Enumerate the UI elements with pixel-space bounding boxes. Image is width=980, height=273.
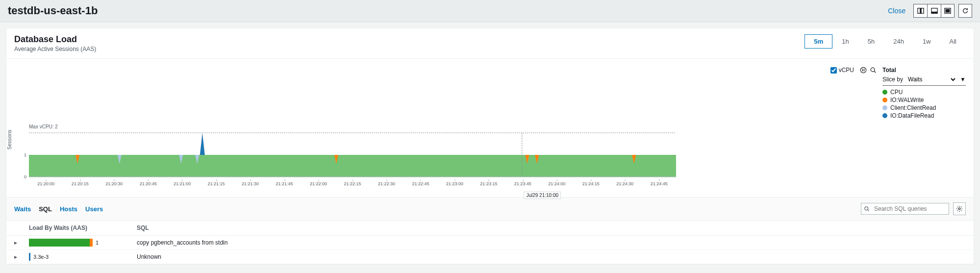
time-range-1w[interactable]: 1w <box>913 34 940 49</box>
x-tick: 21:20:45 <box>140 181 157 186</box>
legend-swatch <box>882 98 887 102</box>
x-tick: 21:20:30 <box>105 181 123 186</box>
vcpu-checkbox[interactable]: vCPU <box>830 67 854 74</box>
close-link[interactable]: Close <box>888 7 905 15</box>
load-bar-segment <box>29 253 30 261</box>
settings-button[interactable] <box>953 202 966 215</box>
zoom-icon[interactable] <box>870 67 877 75</box>
legend-item[interactable]: IO:WALWrite <box>882 97 966 103</box>
time-range-24h[interactable]: 24h <box>884 34 913 49</box>
legend-label: Client:ClientRead <box>890 104 936 111</box>
legend-swatch <box>882 113 887 118</box>
db-load-chart[interactable]: 01 <box>14 130 676 179</box>
refresh-icon[interactable] <box>958 4 972 18</box>
legend-item[interactable]: Client:ClientRead <box>882 104 966 111</box>
y-axis-label: Sessions <box>7 129 12 149</box>
x-tick: 21:21:30 <box>242 181 259 186</box>
col-header-sql[interactable]: SQL <box>117 224 966 231</box>
x-tick: 21:24:45 <box>651 181 668 186</box>
x-tick: 21:24:30 <box>616 181 633 186</box>
tab-waits[interactable]: Waits <box>14 205 31 213</box>
gear-icon <box>956 205 963 212</box>
page-title: testdb-us-east-1b <box>8 4 98 17</box>
svg-rect-8 <box>864 69 864 71</box>
legend-title: Total <box>882 67 966 74</box>
search-input[interactable] <box>861 203 949 215</box>
load-bar: 1 <box>29 239 117 247</box>
slice-by-label: Slice by <box>882 76 903 83</box>
panel-title: Database Load <box>14 34 96 45</box>
layout-bottom-icon[interactable] <box>927 4 941 18</box>
svg-marker-23 <box>200 133 205 155</box>
x-tick: 21:24:00 <box>548 181 565 186</box>
svg-rect-7 <box>862 69 863 71</box>
table-row: ▸ 3.3e-3 Unknown <box>6 250 974 264</box>
tab-sql[interactable]: SQL <box>39 205 52 213</box>
panel-subtitle: Average Active Sessions (AAS) <box>14 46 96 52</box>
x-tick: 21:21:15 <box>208 181 225 186</box>
layout-split-icon[interactable] <box>913 4 927 18</box>
tab-users[interactable]: Users <box>85 205 103 213</box>
time-range-5h[interactable]: 5h <box>858 34 884 49</box>
svg-point-28 <box>958 208 960 210</box>
max-vcpu-label: Max vCPU: 2 <box>29 124 676 129</box>
expand-caret[interactable]: ▸ <box>14 239 17 246</box>
time-range-5m[interactable]: 5m <box>804 34 832 49</box>
x-tick: 21:20:00 <box>37 181 54 186</box>
svg-rect-14 <box>29 155 676 177</box>
table-row: ▸ 1 copy pgbench_accounts from stdin <box>6 236 974 250</box>
svg-line-10 <box>874 71 876 73</box>
legend-label: IO:WALWrite <box>890 97 924 103</box>
search-icon <box>864 206 870 212</box>
time-range-All[interactable]: All <box>940 34 966 49</box>
legend-label: IO:DataFileRead <box>890 112 934 119</box>
x-tick: 21:21:45 <box>276 181 293 186</box>
x-tick: 21:22:15 <box>344 181 361 186</box>
load-bar: 3.3e-3 <box>29 253 117 261</box>
svg-text:1: 1 <box>24 152 26 157</box>
load-bar-segment <box>29 239 90 247</box>
x-tick: 21:23:00 <box>446 181 463 186</box>
x-tick: 21:23:15 <box>480 181 497 186</box>
svg-rect-1 <box>920 8 922 14</box>
legend-label: CPU <box>890 89 903 96</box>
x-axis-ticks: 21:20:0021:20:1521:20:3021:20:4521:21:00… <box>29 179 676 189</box>
legend-item[interactable]: IO:DataFileRead <box>882 112 966 119</box>
time-annotation: Jul29 21:10:00 <box>524 192 561 199</box>
svg-rect-5 <box>946 9 950 13</box>
x-tick: 21:21:00 <box>174 181 191 186</box>
sql-text: Unknown <box>117 253 966 260</box>
svg-point-9 <box>871 68 875 72</box>
expand-caret[interactable]: ▸ <box>14 253 17 260</box>
svg-point-6 <box>860 67 866 73</box>
x-tick: 21:22:00 <box>310 181 327 186</box>
vcpu-label: vCPU <box>839 67 854 74</box>
x-tick: 21:20:15 <box>72 181 89 186</box>
slice-by-select[interactable]: Waits <box>906 75 957 83</box>
legend-swatch <box>882 90 887 95</box>
load-value: 1 <box>96 240 99 246</box>
svg-text:0: 0 <box>24 174 26 179</box>
time-range-1h[interactable]: 1h <box>832 34 858 49</box>
legend-swatch <box>882 105 887 110</box>
vcpu-checkbox-input[interactable] <box>830 67 837 74</box>
x-tick: 21:22:30 <box>378 181 395 186</box>
load-value: 3.3e-3 <box>33 254 49 260</box>
svg-point-26 <box>865 207 868 210</box>
load-bar-segment <box>90 239 93 247</box>
legend-item[interactable]: CPU <box>882 89 966 96</box>
x-tick: 21:23:45 <box>514 181 531 186</box>
chevron-down-icon: ▼ <box>960 76 966 83</box>
svg-line-27 <box>868 210 869 211</box>
sql-text: copy pgbench_accounts from stdin <box>117 239 966 246</box>
layout-full-icon[interactable] <box>941 4 955 18</box>
x-tick: 21:24:15 <box>582 181 600 186</box>
col-header-load[interactable]: Load By Waits (AAS) <box>29 224 117 231</box>
svg-rect-3 <box>931 12 937 14</box>
time-range-selector: 5m1h5h24h1wAll <box>804 34 966 49</box>
tab-hosts[interactable]: Hosts <box>60 205 77 213</box>
x-tick: 21:22:45 <box>412 181 429 186</box>
pause-icon[interactable] <box>860 67 867 75</box>
